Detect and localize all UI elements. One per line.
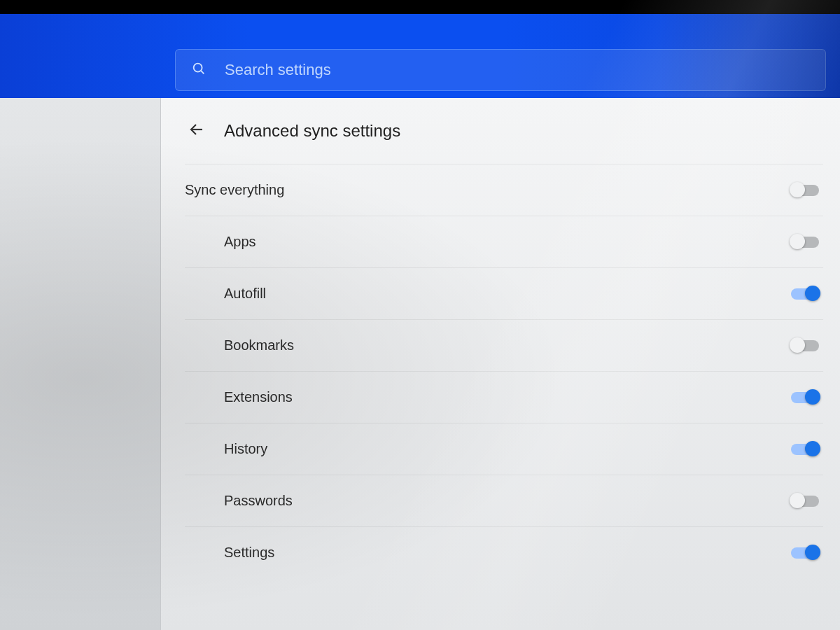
sync-everything-row: Sync everything bbox=[185, 164, 823, 216]
search-container[interactable] bbox=[175, 49, 826, 91]
sync-item-apps-row: Apps bbox=[185, 216, 823, 267]
sync-item-history-toggle[interactable] bbox=[791, 444, 819, 455]
header-bar bbox=[0, 0, 840, 98]
sync-item-passwords-toggle[interactable] bbox=[791, 496, 819, 507]
svg-point-0 bbox=[194, 64, 202, 72]
settings-screen: Advanced sync settings Sync everything A… bbox=[0, 0, 840, 630]
sync-item-label: Apps bbox=[224, 234, 256, 250]
sync-item-label: Passwords bbox=[224, 493, 293, 509]
sync-item-autofill-row: Autofill bbox=[185, 267, 823, 319]
sync-item-label: Bookmarks bbox=[224, 337, 294, 354]
sync-everything-label: Sync everything bbox=[185, 182, 284, 198]
sync-item-label: Settings bbox=[224, 545, 274, 561]
content-panel: Advanced sync settings Sync everything A… bbox=[161, 98, 840, 630]
page-title: Advanced sync settings bbox=[224, 121, 400, 141]
search-icon bbox=[191, 61, 206, 79]
sidebar bbox=[0, 98, 161, 630]
sync-item-label: Autofill bbox=[224, 286, 266, 302]
search-input[interactable] bbox=[206, 50, 825, 90]
sync-item-passwords-row: Passwords bbox=[185, 475, 823, 526]
sync-item-settings-toggle[interactable] bbox=[791, 547, 819, 559]
sync-item-extensions-row: Extensions bbox=[185, 371, 823, 423]
back-button[interactable] bbox=[185, 119, 209, 143]
sync-item-label: History bbox=[224, 441, 267, 457]
sync-item-label: Extensions bbox=[224, 389, 293, 405]
arrow-left-icon bbox=[188, 121, 205, 141]
sync-everything-toggle[interactable] bbox=[791, 185, 819, 196]
svg-line-1 bbox=[201, 71, 204, 74]
sync-item-extensions-toggle[interactable] bbox=[791, 392, 819, 403]
sync-item-bookmarks-toggle[interactable] bbox=[791, 340, 819, 351]
sync-item-bookmarks-row: Bookmarks bbox=[185, 319, 823, 371]
page-title-row: Advanced sync settings bbox=[185, 116, 823, 164]
sync-item-history-row: History bbox=[185, 423, 823, 475]
sync-item-autofill-toggle[interactable] bbox=[791, 288, 819, 300]
sync-item-apps-toggle[interactable] bbox=[791, 237, 819, 248]
sync-item-settings-row: Settings bbox=[185, 526, 823, 578]
